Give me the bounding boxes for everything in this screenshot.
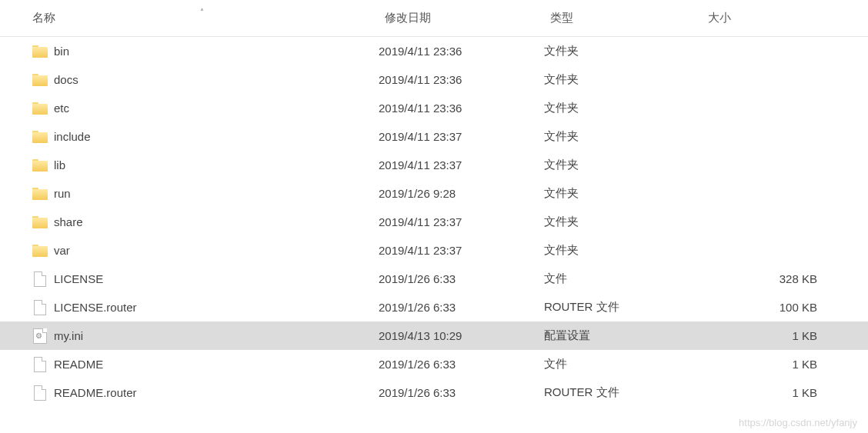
file-type-cell: 文件夹 xyxy=(544,94,702,122)
file-row[interactable]: var2019/4/11 23:37文件夹 xyxy=(0,236,868,265)
sort-ascending-icon: ˄ xyxy=(200,8,204,16)
folder-icon xyxy=(32,45,48,58)
file-size-cell xyxy=(702,37,825,65)
file-name-cell: README xyxy=(32,350,379,378)
file-date-cell: 2019/4/11 23:36 xyxy=(379,94,544,122)
file-size-cell: 328 KB xyxy=(702,265,825,293)
file-date-cell: 2019/4/13 10:29 xyxy=(379,321,544,350)
folder-icon xyxy=(32,216,48,228)
file-name-label: README.router xyxy=(54,386,137,399)
file-row[interactable]: docs2019/4/11 23:36文件夹 xyxy=(0,65,868,94)
file-type-cell: 文件夹 xyxy=(544,37,702,65)
file-size-cell: 1 KB xyxy=(702,350,825,378)
file-name-cell: LICENSE xyxy=(32,265,379,293)
file-size-cell xyxy=(702,65,825,94)
file-name-cell: include xyxy=(32,122,379,151)
column-header-type[interactable]: 类型 xyxy=(544,0,702,36)
file-name-label: LICENSE xyxy=(54,272,103,285)
file-name-cell: docs xyxy=(32,65,379,94)
file-date-cell: 2019/1/26 6:33 xyxy=(379,350,544,378)
file-type-cell: 文件夹 xyxy=(544,236,702,265)
file-name-cell: my.ini xyxy=(32,321,379,350)
file-name-cell: share xyxy=(32,208,379,236)
file-size-cell xyxy=(702,94,825,122)
file-type-cell: 文件夹 xyxy=(544,208,702,236)
file-name-cell: bin xyxy=(32,37,379,65)
file-name-label: share xyxy=(54,215,83,228)
file-row[interactable]: README.router2019/1/26 6:33ROUTER 文件1 KB xyxy=(0,378,868,407)
file-name-label: include xyxy=(54,130,91,143)
file-rows-container: bin2019/4/11 23:36文件夹docs2019/4/11 23:36… xyxy=(0,37,868,407)
column-header-date[interactable]: 修改日期 xyxy=(379,0,544,36)
file-date-cell: 2019/1/26 9:28 xyxy=(379,179,544,208)
file-name-label: bin xyxy=(54,45,69,58)
file-name-label: my.ini xyxy=(54,329,83,342)
file-size-cell: 1 KB xyxy=(702,321,825,350)
file-name-cell: etc xyxy=(32,94,379,122)
file-type-cell: 文件夹 xyxy=(544,151,702,179)
folder-icon xyxy=(32,74,48,86)
file-type-cell: ROUTER 文件 xyxy=(544,293,702,321)
file-row[interactable]: README2019/1/26 6:33文件1 KB xyxy=(0,350,868,378)
folder-icon xyxy=(32,245,48,257)
file-name-label: LICENSE.router xyxy=(54,301,137,314)
file-type-cell: 文件夹 xyxy=(544,179,702,208)
file-name-label: README xyxy=(54,358,103,371)
file-size-cell xyxy=(702,151,825,179)
file-name-label: etc xyxy=(54,102,69,115)
file-date-cell: 2019/1/26 6:33 xyxy=(379,265,544,293)
file-date-cell: 2019/1/26 6:33 xyxy=(379,293,544,321)
file-row[interactable]: include2019/4/11 23:37文件夹 xyxy=(0,122,868,151)
file-row[interactable]: bin2019/4/11 23:36文件夹 xyxy=(0,37,868,65)
file-size-cell xyxy=(702,208,825,236)
column-header-size[interactable]: 大小 xyxy=(702,0,856,36)
file-date-cell: 2019/4/11 23:37 xyxy=(379,122,544,151)
column-header-name[interactable]: 名称 ˄ xyxy=(0,0,379,36)
file-date-cell: 2019/4/11 23:36 xyxy=(379,65,544,94)
file-row[interactable]: my.ini2019/4/13 10:29配置设置1 KB xyxy=(0,321,868,350)
file-type-cell: 文件夹 xyxy=(544,65,702,94)
file-row[interactable]: run2019/1/26 9:28文件夹 xyxy=(0,179,868,208)
file-name-label: lib xyxy=(54,158,65,172)
file-type-cell: 文件 xyxy=(544,350,702,378)
column-header-name-label: 名称 xyxy=(32,11,55,25)
file-type-cell: 文件 xyxy=(544,265,702,293)
file-row[interactable]: etc2019/4/11 23:36文件夹 xyxy=(0,94,868,122)
file-name-cell: LICENSE.router xyxy=(32,293,379,321)
watermark-text: https://blog.csdn.net/yfanjy xyxy=(739,417,857,428)
file-size-cell: 100 KB xyxy=(702,293,825,321)
file-date-cell: 2019/4/11 23:36 xyxy=(379,37,544,65)
folder-icon xyxy=(32,188,48,200)
file-row[interactable]: lib2019/4/11 23:37文件夹 xyxy=(0,151,868,179)
file-date-cell: 2019/4/11 23:37 xyxy=(379,151,544,179)
file-icon xyxy=(34,300,46,315)
file-name-cell: run xyxy=(32,179,379,208)
file-type-cell: 配置设置 xyxy=(544,321,702,350)
file-date-cell: 2019/4/11 23:37 xyxy=(379,236,544,265)
file-icon xyxy=(34,357,46,372)
file-icon xyxy=(34,385,46,401)
folder-icon xyxy=(32,102,48,115)
file-size-cell xyxy=(702,179,825,208)
file-date-cell: 2019/4/11 23:37 xyxy=(379,208,544,236)
file-row[interactable]: LICENSE.router2019/1/26 6:33ROUTER 文件100… xyxy=(0,293,868,321)
file-name-cell: var xyxy=(32,236,379,265)
file-row[interactable]: share2019/4/11 23:37文件夹 xyxy=(0,208,868,236)
file-name-label: docs xyxy=(54,73,78,86)
file-size-cell xyxy=(702,236,825,265)
file-type-cell: 文件夹 xyxy=(544,122,702,151)
file-name-label: run xyxy=(54,187,71,200)
column-header-type-label: 类型 xyxy=(550,11,573,25)
column-header-date-label: 修改日期 xyxy=(385,11,431,25)
file-size-cell: 1 KB xyxy=(702,378,825,407)
file-name-label: var xyxy=(54,244,70,257)
file-type-cell: ROUTER 文件 xyxy=(544,378,702,407)
column-header-row: 名称 ˄ 修改日期 类型 大小 xyxy=(0,0,868,37)
folder-icon xyxy=(32,131,48,143)
file-name-cell: lib xyxy=(32,151,379,179)
file-date-cell: 2019/1/26 6:33 xyxy=(379,378,544,407)
file-size-cell xyxy=(702,122,825,151)
file-name-cell: README.router xyxy=(32,378,379,407)
file-row[interactable]: LICENSE2019/1/26 6:33文件328 KB xyxy=(0,265,868,293)
file-list: 名称 ˄ 修改日期 类型 大小 bin2019/4/11 23:36文件夹doc… xyxy=(0,0,868,407)
